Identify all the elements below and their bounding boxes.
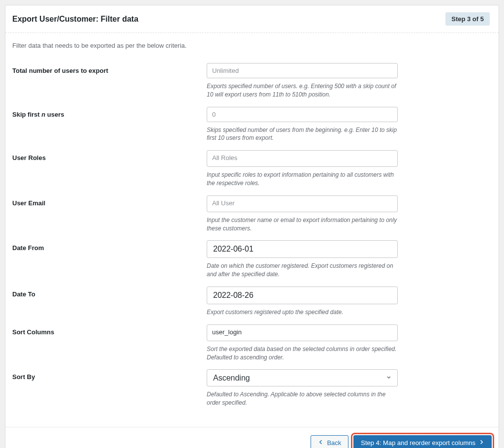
help-sort-columns: Sort the exported data based on the sele… xyxy=(207,345,398,362)
label-skip-users: Skip first n users xyxy=(12,107,207,143)
label-sort-columns: Sort Columns xyxy=(12,324,207,362)
row-skip-users: Skip first n users Skips specified numbe… xyxy=(12,107,492,143)
user-email-input[interactable]: All User xyxy=(207,195,398,212)
help-total-users: Exports specified number of users. e.g. … xyxy=(207,82,398,99)
label-total-users: Total number of users to export xyxy=(12,63,207,99)
next-step-button-label: Step 4: Map and reorder export columns xyxy=(361,439,475,447)
row-sort-columns: Sort Columns user_login Sort the exporte… xyxy=(12,324,492,362)
help-user-roles: Input specific roles to export informati… xyxy=(207,171,398,188)
back-button-label: Back xyxy=(327,439,341,447)
intro-text: Filter data that needs to be exported as… xyxy=(12,42,492,49)
date-to-input[interactable] xyxy=(207,287,398,304)
back-button[interactable]: Back xyxy=(311,435,348,448)
panel-footer: Back Step 4: Map and reorder export colu… xyxy=(5,427,499,448)
page-title: Export User/Customer: Filter data xyxy=(12,15,138,24)
chevron-right-icon xyxy=(478,439,484,447)
label-date-from: Date From xyxy=(12,240,207,279)
date-from-input[interactable] xyxy=(207,240,398,258)
panel-body: Filter data that needs to be exported as… xyxy=(5,33,499,427)
step-indicator-badge: Step 3 of 5 xyxy=(445,12,490,26)
help-skip-users: Skips specified number of users from the… xyxy=(207,126,398,143)
label-sort-by: Sort By xyxy=(12,369,207,407)
row-date-to: Date To Export customers registered upto… xyxy=(12,287,492,317)
export-filter-panel: Export User/Customer: Filter data Step 3… xyxy=(5,5,499,448)
panel-header: Export User/Customer: Filter data Step 3… xyxy=(5,5,499,33)
help-date-from: Date on which the customer registered. E… xyxy=(207,262,398,279)
chevron-left-icon xyxy=(318,439,324,447)
label-user-email: User Email xyxy=(12,195,207,233)
next-step-button[interactable]: Step 4: Map and reorder export columns xyxy=(353,435,492,448)
row-sort-by: Sort By Ascending Defaulted to Ascending… xyxy=(12,369,492,407)
sort-by-select[interactable]: Ascending xyxy=(207,369,398,386)
total-users-input[interactable] xyxy=(207,63,398,78)
row-date-from: Date From Date on which the customer reg… xyxy=(12,240,492,279)
skip-users-input[interactable] xyxy=(207,107,398,122)
help-date-to: Export customers registered upto the spe… xyxy=(207,308,398,317)
sort-columns-input[interactable]: user_login xyxy=(207,324,398,341)
help-sort-by: Defaulted to Ascending. Applicable to ab… xyxy=(207,390,398,407)
row-total-users: Total number of users to export Exports … xyxy=(12,63,492,99)
label-date-to: Date To xyxy=(12,287,207,317)
user-roles-input[interactable]: All Roles xyxy=(207,150,398,167)
row-user-roles: User Roles All Roles Input specific role… xyxy=(12,150,492,188)
label-user-roles: User Roles xyxy=(12,150,207,188)
row-user-email: User Email All User Input the customer n… xyxy=(12,195,492,233)
help-user-email: Input the customer name or email to expo… xyxy=(207,216,398,233)
